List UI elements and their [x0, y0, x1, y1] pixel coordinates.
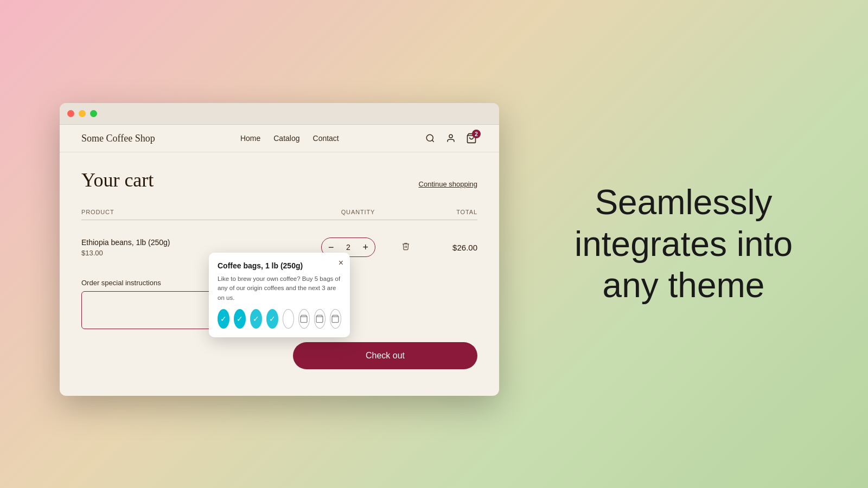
promo-line-3: any theme — [575, 265, 793, 306]
upsell-popup: × Coffee bags, 1 lb (250g) Like to brew … — [209, 253, 350, 337]
minimize-button[interactable] — [79, 110, 86, 117]
col-total-header: TOTAL — [412, 209, 477, 215]
right-panel: Seamlessly integrates into any theme — [499, 160, 868, 328]
maximize-button[interactable] — [90, 110, 97, 117]
upsell-icon-3[interactable]: ✓ — [266, 309, 278, 329]
cart-header-row: Your cart Continue shopping — [81, 169, 477, 191]
product-name: Ethiopia beans, 1lb (250g) — [81, 238, 304, 247]
upsell-title: Coffee bags, 1 lb (250g) — [218, 261, 341, 270]
store-header: Some Coffee Shop Home Catalog Contact — [60, 125, 499, 152]
svg-line-1 — [432, 140, 433, 142]
store-nav: Home Catalog Contact — [240, 134, 339, 143]
continue-shopping-link[interactable]: Continue shopping — [419, 180, 477, 188]
cart-title: Your cart — [81, 169, 154, 191]
store-logo: Some Coffee Shop — [81, 133, 155, 144]
checkout-button[interactable]: Check out — [293, 342, 477, 369]
upsell-description: Like to brew your own coffee? Buy 5 bags… — [218, 274, 341, 303]
svg-point-2 — [449, 134, 452, 138]
promo-line-2: integrates into — [575, 223, 793, 265]
upsell-icon-1[interactable]: ✓ — [234, 309, 246, 329]
cart-icon[interactable]: 2 — [465, 132, 477, 144]
upsell-icon-4[interactable] — [283, 309, 294, 329]
delete-item-button[interactable] — [399, 240, 412, 255]
account-icon[interactable] — [445, 132, 457, 144]
upsell-icon-0[interactable]: ✓ — [218, 309, 229, 329]
table-row: Ethiopia beans, 1lb (250g) $13.00 − 2 + … — [81, 229, 477, 266]
quantity-value: 2 — [341, 243, 356, 252]
promo-line-1: Seamlessly — [575, 182, 793, 223]
upsell-bag-icon-0[interactable] — [298, 309, 310, 329]
browser-window: Some Coffee Shop Home Catalog Contact — [60, 103, 499, 396]
close-button[interactable] — [67, 110, 74, 117]
search-icon[interactable] — [424, 132, 436, 144]
promo-text: Seamlessly integrates into any theme — [575, 182, 793, 306]
upsell-icons: ✓ ✓ ✓ ✓ — [218, 309, 341, 329]
cart-content: Your cart Continue shopping PRODUCT QUAN… — [60, 152, 499, 386]
browser-titlebar — [60, 103, 499, 125]
nav-home[interactable]: Home — [240, 134, 260, 143]
col-product-header: PRODUCT — [81, 209, 304, 215]
quantity-increase-button[interactable]: + — [356, 238, 375, 256]
checkout-section: Check out — [81, 342, 477, 369]
instructions-textarea[interactable] — [81, 291, 222, 329]
svg-point-0 — [426, 134, 433, 141]
table-header: PRODUCT QUANTITY TOTAL — [81, 204, 477, 220]
nav-contact[interactable]: Contact — [313, 134, 339, 143]
upsell-icon-2[interactable]: ✓ — [250, 309, 262, 329]
upsell-bag-icon-1[interactable] — [314, 309, 326, 329]
nav-catalog[interactable]: Catalog — [273, 134, 299, 143]
upsell-close-button[interactable]: × — [339, 258, 343, 268]
cart-badge: 2 — [472, 130, 481, 138]
upsell-bag-icon-2[interactable] — [330, 309, 341, 329]
col-qty-header: QUANTITY — [304, 209, 412, 215]
item-total: $26.00 — [412, 243, 477, 252]
header-icons: 2 — [424, 132, 477, 144]
